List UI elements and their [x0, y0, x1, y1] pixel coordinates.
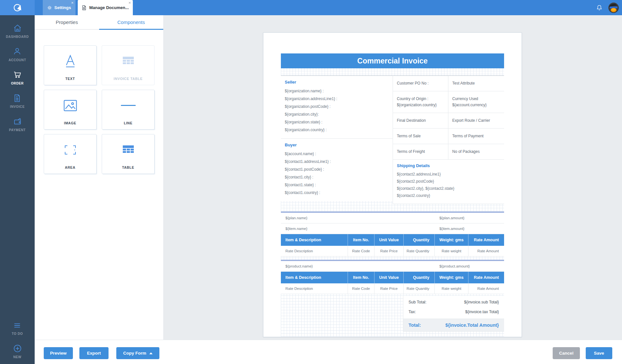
gear-icon: [47, 6, 52, 10]
bell-icon[interactable]: [596, 4, 603, 11]
rate-cell: Rate Quantity: [404, 246, 435, 256]
meta-label: Customer PO No :: [397, 81, 429, 85]
component-card-image[interactable]: IMAGE: [44, 90, 97, 130]
column-header: Rate Amount: [468, 234, 504, 246]
sidebar-item-invoice[interactable]: INVOICE: [10, 94, 25, 108]
close-icon[interactable]: ×: [128, 1, 131, 5]
invoice-title-banner[interactable]: Commercial Invoice: [281, 53, 504, 68]
sidebar-item-dashboard[interactable]: DASHBOARD: [6, 24, 29, 39]
table-header-row: Item & Description Item No. Unit Value Q…: [281, 272, 504, 283]
shipping-details-block[interactable]: Shipping Details ${contact2.addressLine1…: [393, 160, 504, 204]
component-card-invoice-table: INVOICE TABLE: [102, 45, 155, 85]
component-card-table[interactable]: TABLE: [102, 134, 155, 174]
column-header: Item & Description: [281, 234, 348, 246]
rate-cell: Rate Amount: [468, 246, 504, 256]
area-icon: [63, 144, 77, 155]
component-card-label: IMAGE: [44, 121, 96, 125]
invoice-table-icon: [122, 56, 134, 66]
meta-row[interactable]: Terms of Sale Terms of Payment: [393, 129, 504, 144]
component-card-label: TABLE: [102, 165, 154, 169]
rate-cell: Rate Code: [348, 246, 375, 256]
buyer-block[interactable]: Buyer ${account.name} : ${contact1.addre…: [281, 138, 393, 201]
export-button[interactable]: Export: [79, 347, 109, 359]
app-logo[interactable]: [0, 0, 35, 15]
topbar-actions: [596, 0, 619, 15]
component-card-label: TEXT: [44, 77, 96, 81]
rate-cell: Rate Price: [374, 246, 404, 256]
placeholder-line: ${contact2.city}, ${contact2.state}: [397, 185, 500, 192]
totals-block[interactable]: Sub Total: ${invoice.sub Total} Tax: ${i…: [403, 296, 504, 332]
component-card-line[interactable]: LINE: [102, 90, 155, 130]
menu-lines-icon: [13, 321, 21, 330]
rate-cell: Rate Quantity: [404, 283, 435, 294]
placeholder-line: ${contact2.addressLine1}: [397, 171, 500, 178]
component-cards: TEXT INVOICE TABLE: [35, 30, 163, 174]
meta-label: Terms of Sale: [397, 134, 420, 138]
placeholder-line: ${contact2.postCode}: [397, 178, 500, 185]
sidebar-item-new[interactable]: NEW: [13, 344, 22, 359]
component-card-text[interactable]: TEXT: [44, 45, 97, 85]
design-canvas[interactable]: Commercial Invoice Seller ${organization…: [164, 15, 622, 340]
items-table-2[interactable]: ${product.name} ${product.amount} Item &…: [281, 260, 504, 294]
rate-cell: Rate weight: [435, 283, 468, 294]
tab-components[interactable]: Components: [99, 15, 164, 30]
tax-label: Tax:: [409, 310, 416, 314]
meta-value: Terms of Payment: [452, 134, 484, 138]
component-card-label: LINE: [102, 121, 154, 125]
save-button[interactable]: Save: [586, 347, 612, 359]
seller-block[interactable]: Seller ${organization.name} : ${organiza…: [281, 75, 393, 138]
document-icon: [82, 5, 86, 10]
tab-manage-documents[interactable]: Manage Documen... ×: [78, 0, 133, 15]
sidebar-item-label: ACCOUNT: [8, 58, 26, 62]
sidebar-item-label: ORDER: [11, 82, 24, 85]
sidebar-item-label: NEW: [13, 355, 21, 359]
rate-cell: Rate Amount: [468, 283, 504, 294]
rate-row: Rate Description Rate Code Rate Price Ra…: [281, 246, 504, 256]
column-header: Item & Description: [281, 272, 348, 283]
column-header: Weight: gms: [435, 272, 468, 283]
tab-manage-label: Manage Documen...: [89, 5, 129, 10]
column-header: Item No.: [348, 272, 375, 283]
sidebar-item-payment[interactable]: PAYMENT: [9, 117, 26, 132]
components-panel: Properties Components TEXT: [35, 15, 164, 340]
preview-button[interactable]: Preview: [44, 347, 73, 359]
row-name: ${product.name}: [285, 264, 313, 268]
avatar-image: [608, 3, 619, 13]
logo-icon: [12, 3, 23, 13]
invoice-template-sheet[interactable]: Commercial Invoice Seller ${organization…: [263, 32, 522, 337]
user-avatar[interactable]: [608, 3, 619, 13]
meta-row[interactable]: Terms of Freight No of Packages: [393, 144, 504, 160]
shipping-heading: Shipping Details: [397, 163, 500, 168]
rate-cell: Rate Description: [281, 246, 348, 256]
sidebar-item-label: INVOICE: [10, 105, 25, 108]
seller-heading: Seller: [285, 80, 389, 85]
close-icon[interactable]: ×: [71, 1, 74, 5]
tab-settings[interactable]: Settings ×: [43, 0, 75, 15]
table-row: ${product.name} ${product.amount}: [281, 261, 504, 272]
line-icon: [121, 105, 136, 106]
column-header: Weight: gms: [435, 234, 468, 246]
meta-row[interactable]: Country of Origin :${organization.countr…: [393, 91, 504, 113]
meta-label: Final Destination: [397, 118, 426, 123]
tab-settings-label: Settings: [54, 5, 71, 10]
meta-value-line2: ${account.currency}: [452, 102, 501, 108]
user-icon: [13, 47, 22, 56]
invoice-meta-column: Customer PO No : Test Attribute Country …: [393, 75, 504, 204]
tab-properties[interactable]: Properties: [35, 15, 99, 30]
sidebar-item-order[interactable]: ORDER: [11, 70, 24, 85]
table-icon: [122, 145, 134, 155]
column-header: Unit Value: [374, 272, 404, 283]
panel-tabs: Properties Components: [35, 15, 163, 30]
sidebar-item-todo[interactable]: TO DO: [12, 321, 23, 336]
items-table-1[interactable]: ${plan.name} ${plan.amount} ${item.name}…: [281, 211, 504, 256]
sidebar-item-account[interactable]: ACCOUNT: [8, 47, 26, 62]
meta-row[interactable]: Final Destination Export Route / Carrier: [393, 113, 504, 129]
cancel-button[interactable]: Cancel: [553, 347, 580, 359]
meta-row[interactable]: Customer PO No : Test Attribute: [393, 76, 504, 91]
sidebar-nav: DASHBOARD ACCOUNT ORDER INVOICE PAY: [0, 15, 35, 364]
sidebar-item-label: DASHBOARD: [6, 35, 29, 39]
copy-form-button[interactable]: Copy Form: [116, 347, 159, 359]
placeholder-line: ${organization.country} :: [285, 126, 389, 134]
component-card-area[interactable]: AREA: [44, 134, 97, 174]
caret-up-icon: [149, 352, 153, 354]
